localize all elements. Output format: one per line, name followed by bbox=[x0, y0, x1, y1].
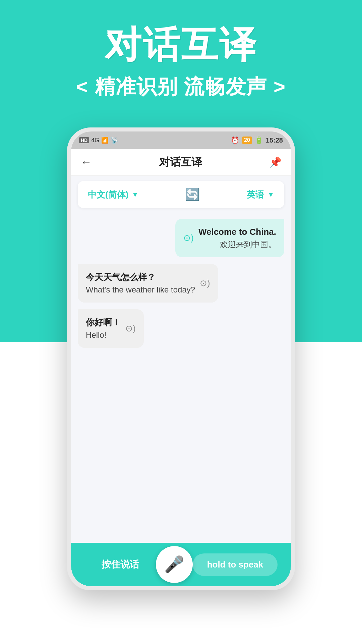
bubble-line1-left-1: 今天天气怎么样？ bbox=[86, 271, 195, 284]
status-bar: HD 4G 📶 📡 ⏰ 20 🔋 15:28 bbox=[71, 131, 291, 149]
language-left-selector[interactable]: 中文(简体) ▼ bbox=[88, 189, 138, 201]
status-right: ⏰ 20 🔋 15:28 bbox=[231, 136, 283, 144]
bubble-text-left-1: 今天天气怎么样？ What's the weather like today? bbox=[86, 271, 195, 296]
bubble-line1-right-1: Welcome to China. bbox=[198, 225, 276, 238]
swap-languages-button[interactable]: 🔄 bbox=[185, 187, 200, 202]
language-right-label: 英语 bbox=[247, 189, 264, 201]
screen-title: 对话互译 bbox=[159, 155, 202, 170]
bubble-line2-right-1: 欢迎来到中国。 bbox=[198, 238, 276, 251]
sub-title: < 精准识别 流畅发声 > bbox=[0, 73, 362, 101]
app-screen: ← 对话互译 📌 中文(简体) ▼ 🔄 英语 ▼ bbox=[71, 149, 291, 586]
language-left-label: 中文(简体) bbox=[88, 189, 128, 201]
phone-inner: HD 4G 📶 📡 ⏰ 20 🔋 15:28 ← 对话互译 bbox=[71, 131, 291, 586]
network-icon: 4G bbox=[91, 137, 99, 144]
signal-icon: 📶 bbox=[101, 137, 109, 144]
sound-icon-left-1[interactable]: ⊙) bbox=[200, 278, 210, 288]
bubble-line2-left-1: What's the weather like today? bbox=[86, 284, 195, 296]
status-left: HD 4G 📶 📡 bbox=[79, 137, 118, 144]
main-title: 对话互译 bbox=[0, 20, 362, 70]
bubble-text-right-1: Welcome to China. 欢迎来到中国。 bbox=[198, 225, 276, 251]
time-display: 15:28 bbox=[266, 137, 283, 144]
message-bubble-right-1: ⊙) Welcome to China. 欢迎来到中国。 bbox=[175, 219, 284, 257]
wifi-icon: 📡 bbox=[111, 137, 118, 144]
sound-icon-left-2[interactable]: ⊙) bbox=[125, 323, 136, 334]
chat-area: ⊙) Welcome to China. 欢迎来到中国。 今天天气怎么样？ Wh… bbox=[71, 213, 291, 543]
phone-mockup: HD 4G 📶 📡 ⏰ 20 🔋 15:28 ← 对话互译 bbox=[67, 127, 295, 590]
sound-icon-right-1[interactable]: ⊙) bbox=[183, 233, 194, 243]
bubble-text-left-2: 你好啊！ Hello! bbox=[86, 316, 121, 341]
language-left-arrow: ▼ bbox=[132, 191, 138, 199]
alarm-icon: ⏰ bbox=[231, 136, 239, 144]
pin-icon[interactable]: 📌 bbox=[269, 156, 282, 168]
bubble-line2-left-2: Hello! bbox=[86, 329, 121, 341]
bottom-action-bar: 按住说话 🎤 hold to speak bbox=[71, 543, 291, 586]
mic-button[interactable]: 🎤 bbox=[156, 546, 193, 583]
bubble-line1-left-2: 你好啊！ bbox=[86, 316, 121, 329]
hold-to-speak-right-button[interactable]: hold to speak bbox=[193, 553, 278, 576]
hd-badge: HD bbox=[79, 137, 89, 143]
back-button[interactable]: ← bbox=[80, 156, 92, 169]
hold-to-speak-left-button[interactable]: 按住说话 bbox=[84, 558, 156, 571]
battery-icon: 🔋 bbox=[255, 136, 263, 144]
microphone-icon: 🎤 bbox=[164, 555, 184, 574]
message-bubble-left-2: 你好啊！ Hello! ⊙) bbox=[78, 309, 144, 348]
header: 对话互译 < 精准识别 流畅发声 > bbox=[0, 20, 362, 101]
language-selector: 中文(简体) ▼ 🔄 英语 ▼ bbox=[78, 181, 284, 208]
message-bubble-left-1: 今天天气怎么样？ What's the weather like today? … bbox=[78, 264, 218, 303]
top-bar: ← 对话互译 📌 bbox=[71, 149, 291, 176]
battery-badge: 20 bbox=[242, 137, 252, 144]
phone-outer: HD 4G 📶 📡 ⏰ 20 🔋 15:28 ← 对话互译 bbox=[67, 127, 295, 590]
language-right-arrow: ▼ bbox=[267, 191, 274, 199]
language-right-selector[interactable]: 英语 ▼ bbox=[247, 189, 274, 201]
